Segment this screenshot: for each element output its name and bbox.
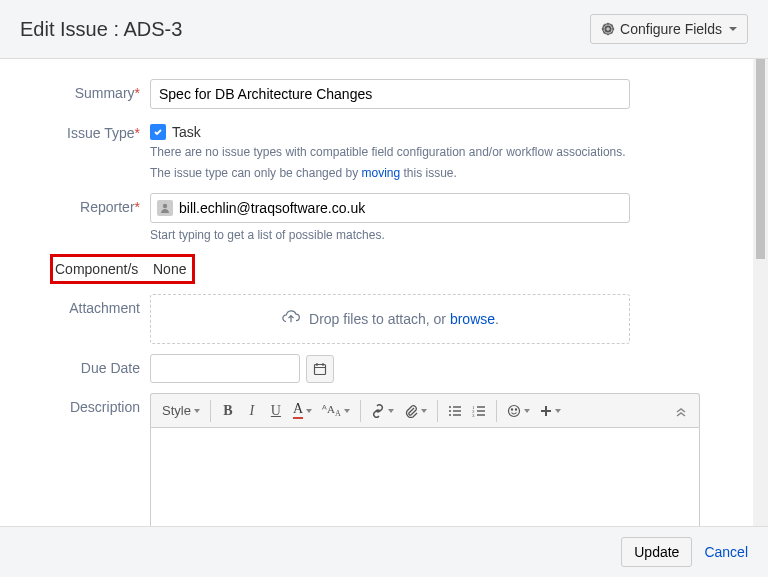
description-label: Description: [10, 393, 150, 415]
style-dropdown[interactable]: Style: [157, 399, 205, 422]
description-textarea[interactable]: [150, 427, 700, 537]
form-body: Summary* Issue Type* Task There are no i…: [0, 59, 753, 537]
chevron-down-icon: [729, 27, 737, 31]
components-label: Component/s: [55, 261, 153, 277]
scrollbar-thumb[interactable]: [756, 59, 765, 259]
bold-button[interactable]: B: [216, 399, 240, 423]
svg-point-16: [511, 409, 512, 410]
moving-link[interactable]: moving: [361, 166, 400, 180]
svg-point-5: [449, 414, 451, 416]
dialog-title: Edit Issue : ADS-3: [20, 18, 182, 41]
browse-link[interactable]: browse: [450, 311, 495, 327]
calendar-icon: [313, 362, 327, 376]
issue-type-label: Issue Type*: [10, 119, 150, 141]
smile-icon: [507, 404, 521, 418]
components-highlight: Component/s None: [50, 254, 195, 284]
svg-rect-7: [453, 410, 461, 411]
upload-icon: [281, 309, 301, 329]
reporter-field[interactable]: [179, 197, 623, 219]
bullet-list-button[interactable]: [443, 400, 467, 422]
task-icon: [150, 124, 166, 140]
chevron-down-icon: [344, 409, 350, 413]
plus-icon: [540, 405, 552, 417]
chevron-down-icon: [306, 409, 312, 413]
svg-point-4: [449, 410, 451, 412]
reporter-help: Start typing to get a list of possible m…: [150, 227, 718, 244]
chevron-down-icon: [524, 409, 530, 413]
bullet-list-icon: [448, 404, 462, 418]
link-icon: [371, 404, 385, 418]
paperclip-icon: [404, 404, 418, 418]
issue-type-value: Task: [150, 119, 718, 140]
svg-point-1: [163, 204, 167, 208]
number-list-icon: 123: [472, 404, 486, 418]
svg-rect-2: [315, 364, 326, 374]
reporter-input[interactable]: [150, 193, 630, 223]
svg-rect-12: [477, 406, 485, 407]
update-button[interactable]: Update: [621, 537, 692, 567]
attachment-dropzone[interactable]: Drop files to attach, or browse.: [150, 294, 630, 344]
italic-button[interactable]: I: [240, 399, 264, 423]
chevron-down-icon: [555, 409, 561, 413]
rte-toolbar: Style B I U A ᴬAA: [150, 393, 700, 427]
svg-rect-13: [477, 410, 485, 411]
svg-rect-6: [453, 406, 461, 407]
svg-point-3: [449, 406, 451, 408]
dialog-footer: Update Cancel: [0, 526, 768, 577]
cancel-link[interactable]: Cancel: [704, 544, 748, 560]
issue-type-help-1: There are no issue types with compatible…: [150, 144, 718, 161]
chevron-down-icon: [388, 409, 394, 413]
description-editor: Style B I U A ᴬAA: [150, 393, 700, 537]
summary-input[interactable]: [150, 79, 630, 109]
chevron-down-icon: [194, 409, 200, 413]
svg-point-17: [515, 409, 516, 410]
due-date-label: Due Date: [10, 354, 150, 376]
svg-text:3: 3: [472, 413, 475, 418]
summary-label: Summary*: [10, 79, 150, 101]
configure-fields-button[interactable]: Configure Fields: [590, 14, 748, 44]
attachment-label: Attachment: [10, 294, 150, 316]
svg-rect-14: [477, 414, 485, 415]
text-color-button[interactable]: A: [288, 398, 317, 423]
chevron-down-icon: [421, 409, 427, 413]
emoji-button[interactable]: [502, 400, 535, 422]
reporter-label: Reporter*: [10, 193, 150, 215]
chevrons-up-icon: [674, 404, 688, 418]
components-value[interactable]: None: [153, 261, 186, 277]
avatar-icon: [157, 200, 173, 216]
due-date-input[interactable]: [150, 354, 300, 383]
attachment-button[interactable]: [399, 400, 432, 422]
number-list-button[interactable]: 123: [467, 400, 491, 422]
dialog-header: Edit Issue : ADS-3 Configure Fields: [0, 0, 768, 59]
collapse-toolbar-button[interactable]: [669, 400, 693, 422]
svg-rect-8: [453, 414, 461, 415]
insert-more-button[interactable]: [535, 401, 566, 421]
scrollbar[interactable]: [753, 59, 768, 537]
date-picker-button[interactable]: [306, 355, 334, 383]
gear-icon: [601, 22, 615, 36]
svg-point-15: [508, 405, 519, 416]
underline-button[interactable]: U: [264, 399, 288, 423]
subsuper-button[interactable]: ᴬAA: [317, 399, 355, 422]
link-button[interactable]: [366, 400, 399, 422]
issue-type-help-2: The issue type can only be changed by mo…: [150, 165, 718, 182]
